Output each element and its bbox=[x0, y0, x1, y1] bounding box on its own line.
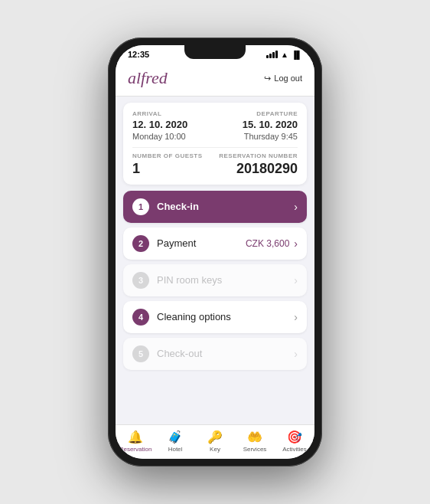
logout-button[interactable]: ↪ Log out bbox=[264, 74, 302, 83]
step-arrow-2: › bbox=[294, 237, 298, 250]
step-number-5: 5 bbox=[132, 345, 149, 362]
bottom-nav: 🔔Reservation🧳Hotel🔑Key🤲Services🎯Activiti… bbox=[116, 424, 314, 459]
step-label-1: Check-in bbox=[157, 201, 294, 212]
reservation-col: RESERVATION NUMBER 20180290 bbox=[215, 152, 298, 177]
step-label-3: PIN room keys bbox=[157, 274, 294, 286]
nav-icon-key: 🔑 bbox=[207, 430, 223, 444]
notch bbox=[184, 45, 246, 59]
step-number-3: 3 bbox=[132, 272, 149, 289]
dates-row: ARRIVAL 12. 10. 2020 Monday 10:00 DEPART… bbox=[132, 110, 298, 141]
reservation-card: ARRIVAL 12. 10. 2020 Monday 10:00 DEPART… bbox=[123, 103, 307, 185]
wifi-icon: ▲ bbox=[281, 51, 288, 59]
steps-list: 1Check-in›2PaymentCZK 3,600›3PIN room ke… bbox=[116, 191, 314, 424]
step-label-5: Check-out bbox=[157, 348, 294, 359]
divider bbox=[132, 147, 298, 148]
nav-label-services: Services bbox=[243, 446, 267, 453]
guests-label: NUMBER OF GUESTS bbox=[132, 152, 215, 159]
step-number-1: 1 bbox=[132, 198, 149, 215]
step-label-4: Cleaning options bbox=[157, 311, 294, 322]
step-arrow-5: › bbox=[294, 348, 298, 360]
departure-day: Thursday 9:45 bbox=[215, 132, 298, 141]
nav-item-activities[interactable]: 🎯Activities bbox=[275, 430, 314, 453]
nav-label-reservation: Reservation bbox=[119, 446, 152, 453]
nav-icon-activities: 🎯 bbox=[287, 430, 302, 444]
nav-item-hotel[interactable]: 🧳Hotel bbox=[155, 430, 195, 453]
nav-label-hotel: Hotel bbox=[168, 446, 183, 453]
step-arrow-3: › bbox=[294, 274, 298, 286]
status-icons: ▲ ▐▌ bbox=[266, 51, 302, 59]
battery-icon: ▐▌ bbox=[292, 51, 302, 59]
step-number-2: 2 bbox=[132, 235, 149, 252]
step-number-4: 4 bbox=[132, 309, 149, 326]
departure-label: DEPARTURE bbox=[215, 110, 298, 117]
step-arrow-4: › bbox=[294, 311, 298, 323]
status-time: 12:35 bbox=[128, 50, 149, 59]
arrival-col: ARRIVAL 12. 10. 2020 Monday 10:00 bbox=[132, 110, 215, 141]
phone-screen: 12:35 ▲ ▐▌ alfred ↪ Log out bbox=[116, 45, 314, 459]
nav-item-reservation[interactable]: 🔔Reservation bbox=[116, 430, 155, 453]
step-item-5[interactable]: 5Check-out› bbox=[123, 338, 307, 370]
step-value-2: CZK 3,600 bbox=[246, 238, 289, 249]
nav-item-key[interactable]: 🔑Key bbox=[195, 430, 235, 453]
nav-label-activities: Activities bbox=[282, 446, 307, 453]
nav-icon-services: 🤲 bbox=[247, 430, 262, 444]
reservation-number: 20180290 bbox=[215, 161, 298, 177]
logout-icon: ↪ bbox=[264, 74, 271, 83]
reservation-label: RESERVATION NUMBER bbox=[215, 152, 298, 159]
arrival-label: ARRIVAL bbox=[132, 110, 215, 117]
arrival-date: 12. 10. 2020 bbox=[132, 119, 215, 132]
departure-date: 15. 10. 2020 bbox=[215, 119, 298, 132]
arrival-day: Monday 10:00 bbox=[132, 132, 215, 141]
guests-value: 1 bbox=[132, 161, 215, 177]
info-row: NUMBER OF GUESTS 1 RESERVATION NUMBER 20… bbox=[132, 152, 298, 177]
step-item-1[interactable]: 1Check-in› bbox=[123, 191, 307, 223]
logout-label: Log out bbox=[274, 74, 302, 83]
guests-col: NUMBER OF GUESTS 1 bbox=[132, 152, 215, 177]
step-item-2[interactable]: 2PaymentCZK 3,600› bbox=[123, 227, 307, 260]
nav-label-key: Key bbox=[210, 446, 220, 453]
step-item-4[interactable]: 4Cleaning options› bbox=[123, 301, 307, 333]
app-header: alfred ↪ Log out bbox=[116, 62, 314, 97]
phone-frame: 12:35 ▲ ▐▌ alfred ↪ Log out bbox=[108, 38, 322, 466]
app-logo: alfred bbox=[128, 68, 168, 88]
nav-icon-reservation: 🔔 bbox=[128, 430, 143, 444]
nav-icon-hotel: 🧳 bbox=[168, 430, 183, 444]
step-item-3[interactable]: 3PIN room keys› bbox=[123, 264, 307, 296]
signal-icon bbox=[266, 51, 278, 58]
step-arrow-1: › bbox=[294, 201, 298, 213]
departure-col: DEPARTURE 15. 10. 2020 Thursday 9:45 bbox=[215, 110, 298, 141]
nav-item-services[interactable]: 🤲Services bbox=[235, 430, 275, 453]
step-label-2: Payment bbox=[157, 237, 246, 249]
